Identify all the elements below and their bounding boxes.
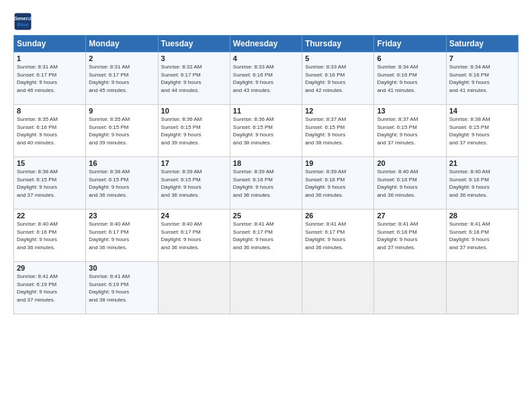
day-info: Sunrise: 8:33 AM Sunset: 6:16 PM Dayligh… bbox=[233, 63, 299, 94]
day-number: 30 bbox=[89, 264, 154, 272]
day-number: 16 bbox=[89, 159, 154, 167]
week-row-2: 8Sunrise: 8:35 AM Sunset: 6:16 PM Daylig… bbox=[14, 105, 519, 157]
day-number: 18 bbox=[233, 159, 299, 167]
header-sunday: Sunday bbox=[14, 36, 86, 52]
day-info: Sunrise: 8:32 AM Sunset: 6:17 PM Dayligh… bbox=[161, 63, 227, 94]
calendar-cell: 3Sunrise: 8:32 AM Sunset: 6:17 PM Daylig… bbox=[158, 52, 230, 105]
header-thursday: Thursday bbox=[302, 36, 374, 52]
day-info: Sunrise: 8:39 AM Sunset: 6:15 PM Dayligh… bbox=[161, 168, 227, 199]
day-number: 25 bbox=[233, 212, 299, 220]
calendar-cell bbox=[158, 262, 230, 314]
day-info: Sunrise: 8:38 AM Sunset: 6:15 PM Dayligh… bbox=[449, 116, 515, 146]
day-info: Sunrise: 8:40 AM Sunset: 6:17 PM Dayligh… bbox=[89, 220, 154, 251]
week-row-5: 29Sunrise: 8:41 AM Sunset: 6:19 PM Dayli… bbox=[14, 262, 519, 314]
calendar-cell: 25Sunrise: 8:41 AM Sunset: 6:17 PM Dayli… bbox=[230, 210, 302, 262]
calendar-cell: 29Sunrise: 8:41 AM Sunset: 6:19 PM Dayli… bbox=[14, 262, 86, 314]
day-number: 2 bbox=[89, 54, 154, 62]
calendar-page: General Blue SundayMondayTuesdayWednesda… bbox=[0, 0, 532, 411]
calendar-cell: 24Sunrise: 8:40 AM Sunset: 6:17 PM Dayli… bbox=[158, 210, 230, 262]
calendar-cell: 2Sunrise: 8:31 AM Sunset: 6:17 PM Daylig… bbox=[86, 52, 158, 105]
day-info: Sunrise: 8:35 AM Sunset: 6:15 PM Dayligh… bbox=[89, 116, 154, 146]
day-info: Sunrise: 8:40 AM Sunset: 6:16 PM Dayligh… bbox=[377, 168, 443, 199]
calendar-cell: 15Sunrise: 8:38 AM Sunset: 6:15 PM Dayli… bbox=[14, 157, 86, 210]
day-info: Sunrise: 8:37 AM Sunset: 6:15 PM Dayligh… bbox=[305, 116, 371, 146]
calendar-cell bbox=[302, 262, 374, 314]
week-row-4: 22Sunrise: 8:40 AM Sunset: 6:16 PM Dayli… bbox=[14, 210, 519, 262]
week-row-3: 15Sunrise: 8:38 AM Sunset: 6:15 PM Dayli… bbox=[14, 157, 519, 210]
calendar-cell: 8Sunrise: 8:35 AM Sunset: 6:16 PM Daylig… bbox=[14, 105, 86, 157]
day-number: 4 bbox=[233, 54, 299, 62]
day-info: Sunrise: 8:35 AM Sunset: 6:16 PM Dayligh… bbox=[17, 116, 83, 146]
calendar-cell bbox=[446, 262, 518, 314]
calendar-cell: 21Sunrise: 8:40 AM Sunset: 6:16 PM Dayli… bbox=[446, 157, 518, 210]
day-info: Sunrise: 8:31 AM Sunset: 6:17 PM Dayligh… bbox=[89, 63, 154, 94]
day-number: 27 bbox=[377, 212, 443, 220]
day-info: Sunrise: 8:41 AM Sunset: 6:17 PM Dayligh… bbox=[305, 220, 371, 251]
header-friday: Friday bbox=[374, 36, 446, 52]
day-number: 20 bbox=[377, 159, 443, 167]
day-number: 28 bbox=[449, 212, 515, 220]
calendar-cell: 16Sunrise: 8:38 AM Sunset: 6:15 PM Dayli… bbox=[86, 157, 158, 210]
day-number: 10 bbox=[161, 107, 227, 115]
calendar-cell: 5Sunrise: 8:33 AM Sunset: 6:16 PM Daylig… bbox=[302, 52, 374, 105]
day-info: Sunrise: 8:40 AM Sunset: 6:16 PM Dayligh… bbox=[17, 220, 83, 251]
logo-icon: General Blue bbox=[13, 12, 32, 31]
day-info: Sunrise: 8:39 AM Sunset: 6:16 PM Dayligh… bbox=[305, 168, 371, 199]
calendar-cell: 9Sunrise: 8:35 AM Sunset: 6:15 PM Daylig… bbox=[86, 105, 158, 157]
day-number: 1 bbox=[17, 54, 83, 62]
day-info: Sunrise: 8:33 AM Sunset: 6:16 PM Dayligh… bbox=[305, 63, 371, 94]
calendar-cell: 4Sunrise: 8:33 AM Sunset: 6:16 PM Daylig… bbox=[230, 52, 302, 105]
calendar-cell: 14Sunrise: 8:38 AM Sunset: 6:15 PM Dayli… bbox=[446, 105, 518, 157]
day-info: Sunrise: 8:40 AM Sunset: 6:16 PM Dayligh… bbox=[449, 168, 515, 199]
day-number: 13 bbox=[377, 107, 443, 115]
day-number: 29 bbox=[17, 264, 83, 272]
day-number: 22 bbox=[17, 212, 83, 220]
calendar-cell: 12Sunrise: 8:37 AM Sunset: 6:15 PM Dayli… bbox=[302, 105, 374, 157]
day-number: 8 bbox=[17, 107, 83, 115]
week-row-1: 1Sunrise: 8:31 AM Sunset: 6:17 PM Daylig… bbox=[14, 52, 519, 105]
day-info: Sunrise: 8:36 AM Sunset: 6:15 PM Dayligh… bbox=[233, 116, 299, 146]
calendar-cell: 28Sunrise: 8:41 AM Sunset: 6:18 PM Dayli… bbox=[446, 210, 518, 262]
day-info: Sunrise: 8:38 AM Sunset: 6:15 PM Dayligh… bbox=[89, 168, 154, 199]
day-info: Sunrise: 8:38 AM Sunset: 6:15 PM Dayligh… bbox=[17, 168, 83, 199]
calendar-cell bbox=[230, 262, 302, 314]
day-number: 24 bbox=[161, 212, 227, 220]
day-info: Sunrise: 8:41 AM Sunset: 6:18 PM Dayligh… bbox=[449, 220, 515, 251]
header-monday: Monday bbox=[86, 36, 158, 52]
day-info: Sunrise: 8:34 AM Sunset: 6:16 PM Dayligh… bbox=[449, 63, 515, 94]
header-wednesday: Wednesday bbox=[230, 36, 302, 52]
header-saturday: Saturday bbox=[446, 36, 518, 52]
day-number: 12 bbox=[305, 107, 371, 115]
calendar-cell: 17Sunrise: 8:39 AM Sunset: 6:15 PM Dayli… bbox=[158, 157, 230, 210]
header: General Blue bbox=[13, 12, 519, 31]
calendar-table: SundayMondayTuesdayWednesdayThursdayFrid… bbox=[13, 35, 519, 314]
calendar-cell: 26Sunrise: 8:41 AM Sunset: 6:17 PM Dayli… bbox=[302, 210, 374, 262]
calendar-cell: 13Sunrise: 8:37 AM Sunset: 6:15 PM Dayli… bbox=[374, 105, 446, 157]
day-number: 3 bbox=[161, 54, 227, 62]
calendar-cell: 19Sunrise: 8:39 AM Sunset: 6:16 PM Dayli… bbox=[302, 157, 374, 210]
day-info: Sunrise: 8:37 AM Sunset: 6:15 PM Dayligh… bbox=[377, 116, 443, 146]
calendar-cell: 30Sunrise: 8:41 AM Sunset: 6:19 PM Dayli… bbox=[86, 262, 158, 314]
day-info: Sunrise: 8:41 AM Sunset: 6:19 PM Dayligh… bbox=[89, 273, 154, 304]
day-number: 7 bbox=[449, 54, 515, 62]
calendar-cell: 20Sunrise: 8:40 AM Sunset: 6:16 PM Dayli… bbox=[374, 157, 446, 210]
day-number: 19 bbox=[305, 159, 371, 167]
day-number: 11 bbox=[233, 107, 299, 115]
day-number: 9 bbox=[89, 107, 154, 115]
calendar-cell: 22Sunrise: 8:40 AM Sunset: 6:16 PM Dayli… bbox=[14, 210, 86, 262]
day-number: 5 bbox=[305, 54, 371, 62]
day-number: 6 bbox=[377, 54, 443, 62]
day-info: Sunrise: 8:41 AM Sunset: 6:17 PM Dayligh… bbox=[233, 220, 299, 251]
day-number: 14 bbox=[449, 107, 515, 115]
day-number: 17 bbox=[161, 159, 227, 167]
calendar-cell: 6Sunrise: 8:34 AM Sunset: 6:16 PM Daylig… bbox=[374, 52, 446, 105]
day-info: Sunrise: 8:31 AM Sunset: 6:17 PM Dayligh… bbox=[17, 63, 83, 94]
calendar-header-row: SundayMondayTuesdayWednesdayThursdayFrid… bbox=[14, 36, 519, 52]
calendar-cell: 23Sunrise: 8:40 AM Sunset: 6:17 PM Dayli… bbox=[86, 210, 158, 262]
calendar-cell: 7Sunrise: 8:34 AM Sunset: 6:16 PM Daylig… bbox=[446, 52, 518, 105]
calendar-cell: 1Sunrise: 8:31 AM Sunset: 6:17 PM Daylig… bbox=[14, 52, 86, 105]
day-number: 15 bbox=[17, 159, 83, 167]
calendar-cell bbox=[374, 262, 446, 314]
day-info: Sunrise: 8:41 AM Sunset: 6:18 PM Dayligh… bbox=[377, 220, 443, 251]
day-number: 23 bbox=[89, 212, 154, 220]
